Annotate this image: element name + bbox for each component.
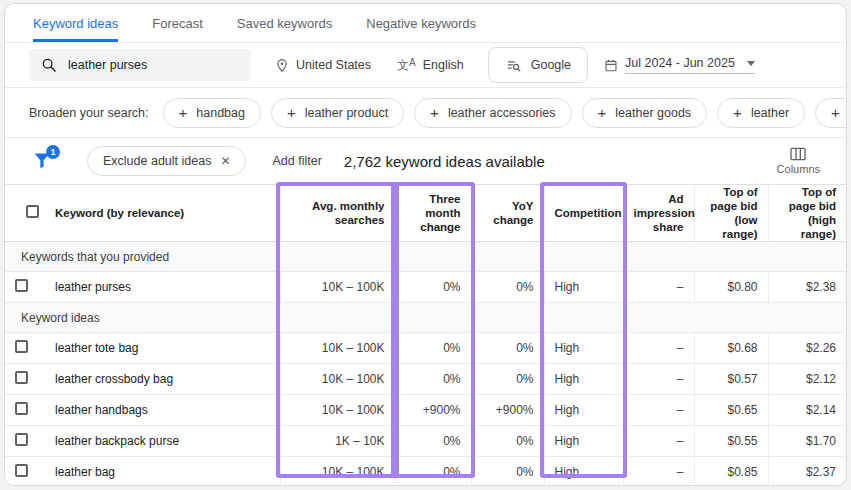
broaden-chip-bags[interactable]: +bags [815, 98, 847, 128]
filter-count-badge: 1 [46, 145, 60, 159]
tab-keyword-ideas[interactable]: Keyword ideas [33, 4, 118, 42]
cell-keyword: leather tote bag [53, 333, 280, 364]
cell-three-month-change: 0% [395, 272, 471, 303]
keyword-table: Keyword (by relevance) Avg. monthly sear… [5, 184, 846, 486]
broaden-chips: +handbag+leather product+leather accesso… [163, 98, 847, 128]
active-filter-label: Exclude adult ideas [103, 154, 211, 168]
cell-three-month-change: 0% [395, 426, 471, 457]
cell-top-of-page-bid-low-range: $0.57 [694, 364, 768, 395]
tab-bar: Keyword ideasForecastSaved keywordsNegat… [5, 4, 846, 43]
location-label: United States [296, 58, 371, 72]
date-range-selector[interactable]: Jul 2024 - Jun 2025 [604, 56, 755, 74]
column-header-top-of-page-bid-low-range[interactable]: Top of page bid (low range) [694, 185, 768, 242]
cell-competition: High [544, 457, 623, 487]
keyword-row-leather-bag: leather bag10K – 100K0%0%High–$0.85$2.37 [5, 457, 846, 487]
cell-yoy-change: 0% [471, 333, 544, 364]
columns-button[interactable]: Columns [777, 147, 820, 175]
active-filter-chip[interactable]: Exclude adult ideas ✕ [87, 146, 246, 176]
cell-keyword: leather purses [53, 272, 280, 303]
keyword-row-leather-handbags: leather handbags10K – 100K+900%+900%High… [5, 395, 846, 426]
cell-yoy-change: 0% [471, 426, 544, 457]
cell-three-month-change: 0% [395, 333, 471, 364]
broaden-chip-leather-goods[interactable]: +leather goods [582, 98, 708, 128]
cell-competition: High [544, 395, 623, 426]
cell-keyword: leather backpack purse [53, 426, 280, 457]
plus-icon: + [430, 105, 439, 120]
plus-icon: + [733, 105, 742, 120]
chip-label: leather goods [615, 106, 691, 120]
cell-avg-monthly-searches: 10K – 100K [280, 395, 395, 426]
keyword-row-leather-purses: leather purses10K – 100K0%0%High–$0.80$2… [5, 272, 846, 303]
language-label: English [423, 58, 464, 72]
cell-ad-impression-share: – [623, 333, 694, 364]
row-checkbox[interactable] [15, 402, 28, 415]
cell-ad-impression-share: – [623, 426, 694, 457]
keyword-row-leather-backpack-purse: leather backpack purse1K – 10K0%0%High–$… [5, 426, 846, 457]
network-selector[interactable]: Google [488, 47, 588, 83]
cell-three-month-change: +900% [395, 395, 471, 426]
section-title: Keyword ideas [5, 303, 846, 333]
row-checkbox[interactable] [15, 279, 28, 292]
cell-top-of-page-bid-low-range: $0.68 [694, 333, 768, 364]
keyword-search-box[interactable] [29, 49, 251, 81]
chip-label: leather accessories [448, 106, 556, 120]
cell-top-of-page-bid-low-range: $0.85 [694, 457, 768, 487]
row-checkbox[interactable] [15, 464, 28, 477]
cell-competition: High [544, 333, 623, 364]
cell-competition: High [544, 364, 623, 395]
calendar-icon [604, 58, 618, 73]
broaden-chip-leather-accessories[interactable]: +leather accessories [414, 98, 571, 128]
tab-saved-keywords[interactable]: Saved keywords [237, 4, 332, 42]
column-header-yoy-change[interactable]: YoY change [471, 185, 544, 242]
cell-three-month-change: 0% [395, 457, 471, 487]
column-header-avg-monthly-searches[interactable]: Avg. monthly searches [280, 185, 395, 242]
tab-negative-keywords[interactable]: Negative keywords [366, 4, 476, 42]
select-all-checkbox[interactable] [26, 205, 39, 218]
search-network-icon [505, 58, 522, 73]
cell-top-of-page-bid-high-range: $2.26 [768, 333, 846, 364]
column-header-three-month-change[interactable]: Three month change [395, 185, 471, 242]
remove-filter-icon[interactable]: ✕ [220, 154, 230, 168]
tab-forecast[interactable]: Forecast [152, 4, 203, 42]
add-filter-button[interactable]: Add filter [272, 154, 321, 168]
cell-ad-impression-share: – [623, 272, 694, 303]
search-controls-row: United States 文A English Google Jul 2024… [5, 43, 846, 88]
filter-funnel-button[interactable]: 1 [31, 149, 55, 173]
row-checkbox[interactable] [15, 371, 28, 384]
language-selector[interactable]: 文A English [397, 57, 464, 74]
column-header-keyword[interactable]: Keyword (by relevance) [53, 185, 280, 242]
chip-label: handbag [196, 106, 245, 120]
select-all-cell [5, 185, 53, 242]
broaden-chip-handbag[interactable]: +handbag [163, 98, 261, 128]
row-checkbox-cell [5, 457, 53, 487]
row-checkbox[interactable] [15, 340, 28, 353]
plus-icon: + [598, 105, 607, 120]
cell-top-of-page-bid-low-range: $0.80 [694, 272, 768, 303]
cell-keyword: leather bag [53, 457, 280, 487]
search-input[interactable] [68, 58, 228, 72]
ideas-count-label: 2,762 keyword ideas available [344, 153, 545, 170]
column-header-ad-impression-share[interactable]: Ad impression share [623, 185, 694, 242]
filter-bar: 1 Exclude adult ideas ✕ Add filter 2,762… [5, 138, 846, 184]
search-icon [41, 57, 57, 73]
broaden-search-row: Broaden your search: +handbag+leather pr… [5, 88, 846, 138]
date-range-label: Jul 2024 - Jun 2025 [625, 56, 735, 70]
keyword-row-leather-tote-bag: leather tote bag10K – 100K0%0%High–$0.68… [5, 333, 846, 364]
section-row-keywords-that-you-provided: Keywords that you provided [5, 242, 846, 272]
row-checkbox[interactable] [15, 433, 28, 446]
column-header-competition[interactable]: Competition [544, 185, 623, 242]
cell-top-of-page-bid-high-range: $2.12 [768, 364, 846, 395]
broaden-label: Broaden your search: [29, 106, 149, 120]
location-selector[interactable]: United States [275, 58, 371, 73]
row-checkbox-cell [5, 364, 53, 395]
cell-three-month-change: 0% [395, 364, 471, 395]
chevron-down-icon [747, 61, 755, 66]
cell-keyword: leather crossbody bag [53, 364, 280, 395]
keyword-row-leather-crossbody-bag: leather crossbody bag10K – 100K0%0%High–… [5, 364, 846, 395]
cell-avg-monthly-searches: 1K – 10K [280, 426, 395, 457]
broaden-chip-leather-product[interactable]: +leather product [271, 98, 404, 128]
cell-yoy-change: 0% [471, 457, 544, 487]
broaden-chip-leather[interactable]: +leather [717, 98, 805, 128]
column-header-top-of-page-bid-high-range[interactable]: Top of page bid (high range) [768, 185, 846, 242]
cell-keyword: leather handbags [53, 395, 280, 426]
